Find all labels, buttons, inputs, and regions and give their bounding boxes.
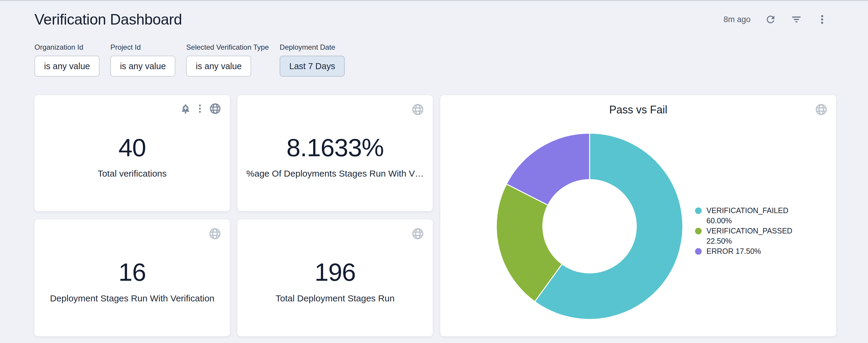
tile-value: 40 [118,133,146,162]
globe-icon[interactable] [411,227,425,240]
filter-chip-verification-type[interactable]: is any value [186,56,251,77]
globe-icon[interactable] [411,103,425,116]
tile-label: Deployment Stages Run With Verification [50,293,215,304]
more-vert-icon[interactable] [816,14,828,25]
tile-stages-run-with-verification: 16 Deployment Stages Run With Verificati… [34,219,230,336]
filter-organization-id: Organization Id is any value [34,43,99,77]
tile-label: Total verifications [98,169,167,179]
legend-dot-verification-failed [695,207,702,214]
legend-value: 22.50% [707,237,732,245]
add-alert-icon[interactable] [180,103,191,114]
chart-title: Pass vs Fail [440,104,836,116]
filter-label: Selected Verification Type [186,43,269,52]
tile-total-stages-run: 196 Total Deployment Stages Run [237,219,433,336]
filter-label: Deployment Date [280,43,345,52]
legend-label: VERIFICATION_PASSED [707,227,793,235]
pass-vs-fail-card: Pass vs Fail VERIFICATION_FAILED 60.00% … [440,95,836,336]
legend-value: 60.00% [707,216,732,225]
donut-svg [495,132,684,320]
tile-value: 16 [118,258,146,287]
legend-dot-error [695,248,702,255]
last-refreshed-label: 8m ago [723,15,750,24]
filter-project-id: Project Id is any value [110,43,175,77]
top-border [0,0,868,1]
filter-bar: Organization Id is any value Project Id … [34,43,868,77]
filter-label: Organization Id [34,43,99,52]
filter-chip-deployment-date[interactable]: Last 7 Days [280,56,345,77]
tile-pct-stages-with-verification: 8.1633% %age Of Deployments Stages Run W… [237,95,433,211]
tile-value: 8.1633% [286,133,384,162]
globe-icon[interactable] [815,103,828,116]
tile-label: %age Of Deployments Stages Run With V… [246,169,424,179]
legend-item-error[interactable]: ERROR 17.50% [695,246,808,256]
legend-label: ERROR [707,247,734,255]
legend-label: VERIFICATION_FAILED [707,206,788,215]
tile-total-verifications: 40 Total verifications [34,95,230,211]
dashboard-header: Verification Dashboard 8m ago [0,0,868,28]
legend-value: 17.50% [736,247,761,255]
filter-chip-project-id[interactable]: is any value [110,56,175,77]
more-vert-icon[interactable] [197,103,202,114]
filter-verification-type: Selected Verification Type is any value [186,43,269,77]
dashboard-grid: 40 Total verifications 8.1633% %age Of D… [34,95,836,336]
filter-chip-organization-id[interactable]: is any value [34,56,99,77]
tile-value: 196 [314,258,355,287]
refresh-icon[interactable] [765,14,776,25]
legend-item-verification-passed[interactable]: VERIFICATION_PASSED 22.50% [695,226,808,246]
tile-actions [180,102,221,115]
globe-icon[interactable] [209,102,221,115]
legend-item-verification-failed[interactable]: VERIFICATION_FAILED 60.00% [695,205,808,226]
filter-deployment-date: Deployment Date Last 7 Days [280,43,345,77]
page-title: Verification Dashboard [34,11,182,28]
filter-icon[interactable] [791,14,802,25]
globe-icon[interactable] [208,227,221,240]
filter-label: Project Id [110,43,175,52]
tile-label: Total Deployment Stages Run [276,293,395,304]
header-actions: 8m ago [723,14,828,25]
legend-dot-verification-passed [695,228,702,234]
pass-fail-donut-chart[interactable] [495,132,684,320]
chart-legend: VERIFICATION_FAILED 60.00% VERIFICATION_… [695,205,808,256]
